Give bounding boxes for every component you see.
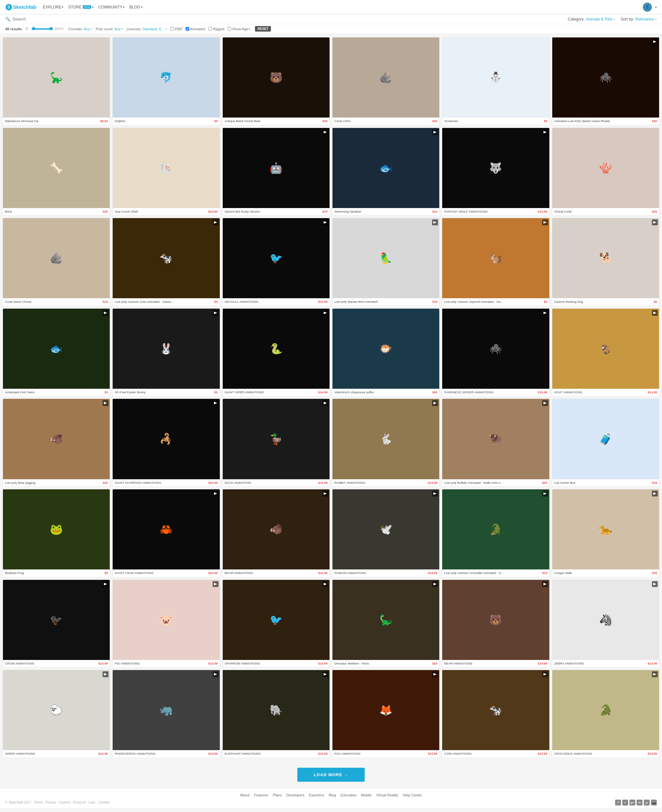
search-input[interactable] bbox=[12, 17, 110, 21]
grid-item[interactable]: 🐟Swimming Narwhal$10 bbox=[332, 128, 440, 216]
rigged-filter[interactable]: Rigged bbox=[209, 27, 224, 31]
grid-item[interactable]: 🦜Low poly Macaw Bird Animated$18 bbox=[332, 218, 440, 306]
grid-item[interactable]: 🐐GOAT ANIMATIONS$14.99 bbox=[552, 308, 659, 396]
grid-item[interactable]: 🐄Low poly Cartoon Cow Animated - Game...… bbox=[112, 218, 220, 306]
footer-link[interactable]: Mobile bbox=[361, 793, 371, 797]
linkedin-icon[interactable]: in bbox=[636, 800, 643, 806]
grid-item[interactable]: 🐑SHEEP ANIMATIONS$14.99 bbox=[3, 670, 110, 758]
grid-item[interactable]: 🤖Sphere Bot Rusty Version$70 bbox=[222, 128, 330, 216]
grid-item[interactable]: 🐡Valentinni's sharpnose puffer$50 bbox=[332, 308, 440, 396]
sort-dropdown-icon[interactable]: ▾ bbox=[655, 18, 657, 21]
nav-store[interactable]: STORE NEW ▾ bbox=[68, 5, 94, 10]
grid-item[interactable]: 🕊️PIGEON ANIMATIONS$14.99 bbox=[332, 489, 440, 577]
slider-handle-right[interactable] bbox=[50, 27, 53, 30]
poly-value[interactable]: Any bbox=[114, 27, 121, 31]
grid-item[interactable]: 🐇RABBIT ANIMATIONS$14.99 bbox=[332, 398, 440, 487]
grid-item[interactable]: 🐍GIANT VIPER ANIMATIONS$14.99 bbox=[222, 308, 330, 396]
grid-item[interactable]: 🐰3D Pixel Easter Bunny$5 bbox=[112, 308, 220, 396]
grid-item[interactable]: 🐄COW ANIMATIONS$14.99 bbox=[442, 670, 550, 758]
license-value[interactable]: Standard, E... bbox=[143, 27, 164, 31]
slider-handle-left[interactable] bbox=[32, 27, 35, 30]
grid-item[interactable]: 🦏RHINOCEROS ANIMATIONS$14.99 bbox=[112, 670, 220, 758]
instagram-icon[interactable]: 📷 bbox=[651, 800, 657, 806]
grid-item[interactable]: 🐦‍⬛CROW ANIMATIONS$14.99 bbox=[3, 579, 110, 668]
footer-link[interactable]: About bbox=[240, 793, 249, 797]
legal-link[interactable]: Contact bbox=[98, 801, 109, 804]
grid-item[interactable]: 🦬Low poly Buffalo Animated - Walk Anim s… bbox=[442, 398, 550, 487]
facebook-icon[interactable]: f bbox=[615, 800, 621, 806]
formats-dropdown-icon[interactable]: ▾ bbox=[91, 27, 93, 30]
footer-link[interactable]: Features bbox=[254, 793, 268, 797]
grid-item[interactable]: 🧳Cat Carrier Box$18 bbox=[552, 398, 659, 487]
footer-link[interactable]: Virtual Reality bbox=[376, 793, 398, 797]
formats-value[interactable]: Any bbox=[84, 27, 90, 31]
grid-item[interactable]: 🪸Choral Coral$25 bbox=[552, 128, 659, 216]
grid-item[interactable]: 🦓ZEBRA ANIMATIONS$14.99 bbox=[552, 579, 659, 668]
googleplus-icon[interactable]: g+ bbox=[630, 800, 635, 806]
twitter-icon[interactable]: t bbox=[622, 800, 628, 806]
grid-item[interactable]: 🦴Bone$25 bbox=[3, 128, 110, 216]
footer-link[interactable]: Exporters bbox=[309, 793, 324, 797]
legal-link[interactable]: Labs bbox=[88, 801, 96, 804]
grid-item[interactable]: 🦆DUCK ANIMATION$14.99 bbox=[222, 398, 330, 487]
reset-button[interactable]: RESET bbox=[255, 26, 271, 32]
poly-dropdown-icon[interactable]: ▾ bbox=[122, 27, 123, 30]
grid-item[interactable]: 🦊FOX ANIMATIONS$14.99 bbox=[332, 670, 440, 758]
footer-link[interactable]: Developers bbox=[286, 793, 304, 797]
footer-link[interactable]: Blog bbox=[329, 793, 336, 797]
sort-value[interactable]: Relevance bbox=[635, 17, 654, 21]
grid-item[interactable]: 🐊CROCODILE ANIMATIONS$14.99 bbox=[552, 670, 659, 758]
legal-link[interactable]: Careers bbox=[59, 801, 71, 804]
pinterest-icon[interactable]: p bbox=[644, 800, 650, 806]
legal-link[interactable]: Privacy bbox=[46, 801, 56, 804]
grid-item[interactable]: 🪨Coral LOD1$25 bbox=[332, 37, 440, 125]
show-age-checkbox[interactable] bbox=[228, 27, 231, 30]
grid-item[interactable]: 🐻Antique Black Forest Bear$25 bbox=[222, 37, 330, 125]
grid-item[interactable]: 🐗BOAR ANIMATIONS$14.99 bbox=[222, 489, 330, 577]
logo[interactable]: S Sketchfab bbox=[5, 3, 37, 11]
price-slider[interactable] bbox=[31, 28, 53, 30]
category-dropdown-icon[interactable]: ▾ bbox=[614, 18, 615, 21]
grid-item[interactable]: 🐬Dolphin$9 bbox=[112, 37, 220, 125]
nav-blog[interactable]: BLOG ▾ bbox=[129, 5, 142, 10]
nav-community[interactable]: COMMUNITY ▾ bbox=[98, 5, 125, 10]
grid-item[interactable]: 🕷️Animated Low-Poly Spider Game-Ready$30 bbox=[552, 37, 659, 125]
grid-item[interactable]: ⛄Snowman$9 bbox=[442, 37, 550, 125]
grid-item[interactable]: 🪨Coral Stone Choral$19 bbox=[3, 218, 110, 306]
grid-item[interactable]: 🐻BEAR ANIMATIONS$19.98 bbox=[442, 579, 550, 668]
license-dropdown-icon[interactable]: ▾ bbox=[166, 27, 167, 30]
animated-checkbox[interactable] bbox=[186, 27, 189, 30]
avatar[interactable]: 👤 bbox=[643, 3, 652, 12]
grid-item[interactable]: 🦂GIANT SCORPION ANIMATIONS$24.99 bbox=[112, 398, 220, 487]
pbr-checkbox[interactable] bbox=[170, 27, 174, 30]
grid-item[interactable]: 🐊Low poly Cartoon Crocodile Animated - G… bbox=[442, 489, 550, 577]
grid-item[interactable]: 🐚Sea Conch Shell$24.95 bbox=[112, 128, 220, 216]
animated-filter[interactable]: Animated bbox=[186, 27, 205, 31]
grid-item[interactable]: 🐦SEAGULL ANIMATIONS$14.99 bbox=[222, 218, 330, 306]
category-value[interactable]: Animals & Pets bbox=[586, 17, 612, 21]
footer-link[interactable]: Help Center bbox=[403, 793, 422, 797]
pbr-filter[interactable]: PBR bbox=[170, 27, 182, 31]
legal-link[interactable]: Press kit bbox=[73, 801, 86, 804]
show-age-filter[interactable]: Show Age+ bbox=[228, 27, 251, 31]
rigged-checkbox[interactable] bbox=[209, 27, 212, 30]
grid-item[interactable]: 🐸Realistic Frog$9 bbox=[3, 489, 110, 577]
grid-item[interactable]: 🐷PIG ANIMATIONS$14.99 bbox=[112, 579, 220, 668]
nav-explore[interactable]: EXPLORE ▾ bbox=[43, 5, 64, 10]
grid-item[interactable]: 🐘ELEPHANT ANIMATIONS$14.99 bbox=[222, 670, 330, 758]
grid-item[interactable]: 🦀GIANT CRAB ANIMATIONS$24.99 bbox=[112, 489, 220, 577]
grid-item[interactable]: 🐿️Low poly Cartoon Squirrel Animated - G… bbox=[442, 218, 550, 306]
grid-item[interactable]: 🐺FANTASY WOLF ANIMATIONS$14.99 bbox=[442, 128, 550, 216]
grid-item[interactable]: 🐟Amberjack Fish Swim$3 bbox=[3, 308, 110, 396]
grid-item[interactable]: 🐕Cartoon Barking Dog$5 bbox=[552, 218, 659, 306]
legal-link[interactable]: Terms bbox=[34, 801, 43, 804]
grid-item[interactable]: 🐗Low poly Boar jogging$25 bbox=[3, 398, 110, 487]
grid-item[interactable]: 🕷️DARKNESS SPIDER ANIMATIONS$19.98 bbox=[442, 308, 550, 396]
load-more-button[interactable]: LOAD MORE → bbox=[297, 768, 365, 782]
footer-link[interactable]: Plans bbox=[273, 793, 282, 797]
grid-item[interactable]: 🦕Dinosaur skeleton - Paris$25 bbox=[332, 579, 440, 668]
footer-link[interactable]: Education bbox=[341, 793, 357, 797]
grid-item[interactable]: 🦕Diplodocus Dinosaur toy$9.94 bbox=[3, 37, 110, 125]
grid-item[interactable]: 🐆Cougar Walk$29 bbox=[552, 489, 659, 577]
grid-item[interactable]: 🐦SPARROW ANIMATIONS$14.99 bbox=[222, 579, 330, 668]
